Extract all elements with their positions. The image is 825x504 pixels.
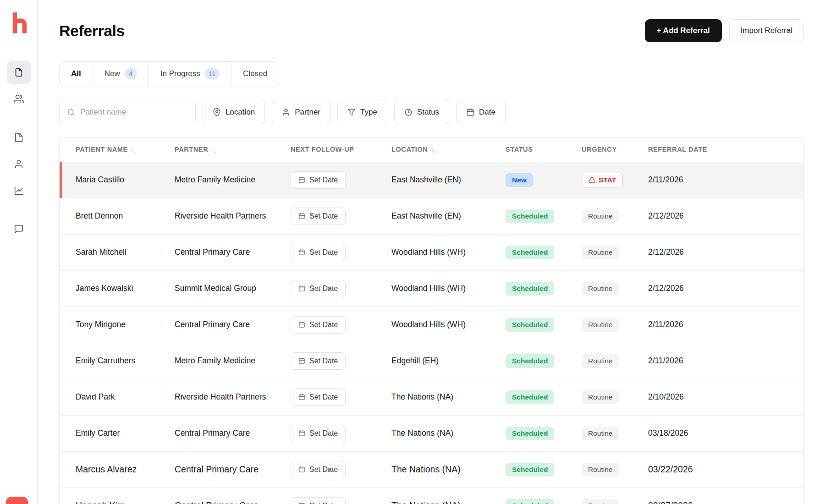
status-cell: Scheduled [506, 488, 582, 504]
partner-cell: Summit Medical Group [175, 270, 291, 307]
set-date-button[interactable]: Set Date [291, 425, 346, 442]
column-header-referral-date: REFERRAL DATE [648, 137, 803, 162]
table-header: PATIENT NAME↑↓ PARTNER↑↓ NEXT FOLLOW-UP … [60, 137, 803, 162]
referral-date-cell: 2/11/2026 [648, 343, 803, 379]
set-date-button[interactable]: Set Date [291, 461, 346, 478]
next-follow-up-cell: Set Date [291, 415, 391, 451]
page-header: Referrals + Add Referral Import Referral [59, 19, 804, 42]
set-date-label: Set Date [309, 502, 338, 504]
tab-in-progress-count-badge: 11 [205, 68, 220, 79]
help-button[interactable] [6, 497, 28, 504]
table-row[interactable]: Emily Carter Central Primary Care Set Da… [60, 415, 803, 451]
referral-date-cell: 2/12/2026 [648, 198, 803, 234]
referral-date-cell: 2/12/2026 [648, 234, 803, 270]
referral-date-cell: 03/18/2026 [648, 415, 803, 451]
sidebar-item-analytics[interactable] [7, 179, 31, 203]
sidebar-item-referrals[interactable] [7, 60, 31, 84]
calendar-icon [298, 213, 305, 219]
urgency-label: Routine [588, 321, 612, 329]
chat-icon [14, 224, 24, 234]
sidebar [0, 0, 38, 504]
set-date-button[interactable]: Set Date [291, 352, 346, 370]
next-follow-up-cell: Set Date [291, 451, 391, 488]
sidebar-item-profile[interactable] [7, 152, 31, 176]
tab-all-label: All [71, 69, 81, 78]
tab-all[interactable]: All [60, 62, 93, 86]
tab-closed-label: Closed [243, 69, 267, 78]
tab-in-progress-label: In Progress [160, 69, 200, 78]
urgency-cell: Routine [582, 488, 648, 504]
app-logo[interactable] [10, 11, 28, 37]
table-row[interactable]: Emily Carruthers Metro Family Medicine S… [60, 343, 803, 379]
set-date-button[interactable]: Set Date [291, 497, 346, 504]
urgency-cell: STAT [582, 162, 648, 198]
referral-date-cell: 2/11/2026 [648, 307, 803, 343]
calendar-icon [298, 176, 305, 183]
filter-status-button[interactable]: Status [394, 100, 449, 124]
sidebar-item-files[interactable] [7, 126, 31, 149]
filter-partner-button[interactable]: Partner [272, 100, 330, 124]
urgency-label: Routine [588, 393, 612, 401]
tab-new[interactable]: New 4 [93, 62, 149, 86]
sidebar-item-patients[interactable] [7, 87, 31, 111]
status-cell: New [506, 162, 582, 198]
status-cell: Scheduled [506, 343, 582, 379]
partner-cell: Metro Family Medicine [175, 343, 291, 379]
set-date-button[interactable]: Set Date [291, 208, 346, 225]
column-header-location[interactable]: LOCATION↑↓ [391, 137, 506, 162]
table-row[interactable]: Hannah Kim Central Primary Care Set Date… [60, 488, 803, 504]
table-row[interactable]: David Park Riverside Health Partners Set… [60, 379, 803, 415]
next-follow-up-cell: Set Date [291, 307, 391, 343]
set-date-label: Set Date [309, 393, 338, 401]
table-row[interactable]: James Kowalski Summit Medical Group Set … [60, 270, 803, 307]
urgency-badge: Routine [582, 282, 619, 296]
status-cell: Scheduled [506, 415, 582, 451]
tab-group: All New 4 In Progress 11 Closed [59, 61, 279, 86]
next-follow-up-cell: Set Date [291, 162, 391, 198]
table-row[interactable]: Sarah Mitchell Central Primary Care Set … [60, 234, 803, 270]
table-row[interactable]: Marcus Alvarez Central Primary Care Set … [60, 451, 803, 488]
referral-date-cell: 03/22/2026 [648, 451, 803, 488]
calendar-icon [298, 285, 305, 292]
sort-arrows-icon: ↑↓ [211, 146, 218, 153]
map-pin-icon [213, 108, 221, 116]
patient-search-input[interactable] [80, 108, 188, 117]
status-cell: Scheduled [506, 198, 582, 234]
column-header-urgency: URGENCY [582, 137, 648, 162]
set-date-button[interactable]: Set Date [291, 389, 346, 406]
urgency-cell: Routine [582, 415, 648, 451]
partner-cell: Central Primary Care [175, 234, 291, 270]
table-row[interactable]: Maria Castillo Metro Family Medicine Set… [60, 162, 803, 198]
filter-partner-label: Partner [295, 108, 320, 117]
location-cell: East Nashville (EN) [391, 198, 506, 234]
set-date-label: Set Date [309, 357, 338, 365]
patient-search [59, 100, 196, 124]
set-date-button[interactable]: Set Date [291, 171, 346, 189]
location-cell: East Nashville (EN) [391, 162, 506, 198]
next-follow-up-cell: Set Date [291, 488, 391, 504]
column-header-next-follow-up: NEXT FOLLOW-UP [291, 137, 391, 162]
filter-location-button[interactable]: Location [203, 100, 265, 124]
column-header-partner[interactable]: PARTNER↑↓ [175, 137, 291, 162]
add-referral-button[interactable]: + Add Referral [645, 19, 722, 42]
set-date-label: Set Date [309, 176, 338, 184]
set-date-button[interactable]: Set Date [291, 244, 346, 261]
table-row[interactable]: Brett Dennon Riverside Health Partners S… [60, 198, 803, 234]
tab-in-progress[interactable]: In Progress 11 [149, 62, 231, 86]
status-badge: Scheduled [506, 318, 554, 332]
table-row[interactable]: Tony Mingone Central Primary Care Set Da… [60, 307, 803, 343]
set-date-button[interactable]: Set Date [291, 316, 346, 334]
calendar-icon [298, 249, 305, 256]
column-header-patient-name[interactable]: PATIENT NAME↑↓ [60, 137, 175, 162]
calendar-icon [298, 394, 305, 400]
filter-date-button[interactable]: Date [456, 100, 506, 124]
patient-name-cell: David Park [60, 379, 175, 415]
partner-cell: Central Primary Care [175, 451, 291, 488]
import-referral-button[interactable]: Import Referral [729, 19, 804, 42]
location-cell: Woodland Hills (WH) [391, 307, 506, 343]
tab-closed[interactable]: Closed [231, 62, 279, 86]
set-date-button[interactable]: Set Date [291, 280, 346, 297]
patient-name-cell: Sarah Mitchell [60, 234, 175, 270]
sidebar-item-messages[interactable] [7, 217, 31, 241]
filter-type-button[interactable]: Type [337, 100, 387, 124]
